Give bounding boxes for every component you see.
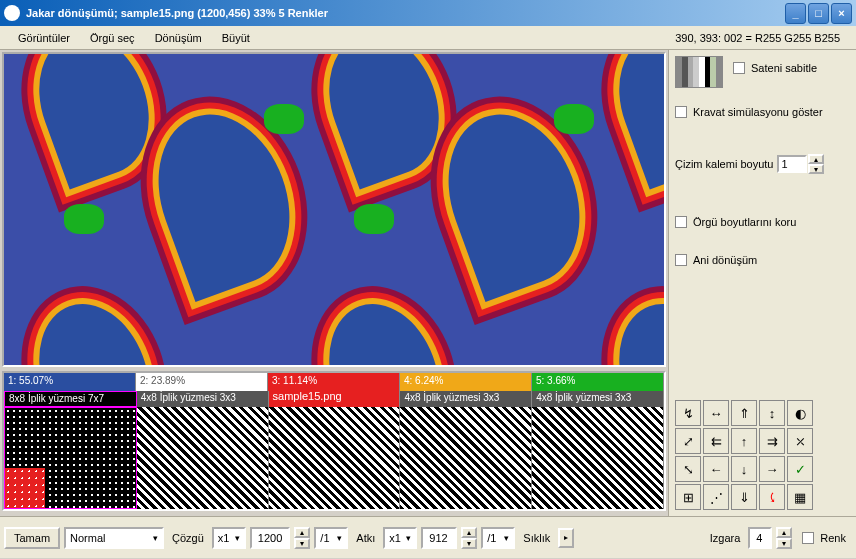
swatch-4-pct[interactable]: 4: 6.24%	[400, 373, 532, 391]
tool-13[interactable]: →	[759, 456, 785, 482]
fix-satin-checkbox[interactable]	[733, 62, 745, 74]
right-panel: Sateni sabitle Kravat simülasyonu göster…	[668, 50, 856, 516]
cycle-button[interactable]: ▸	[558, 528, 574, 548]
swatch-5[interactable]	[532, 407, 664, 509]
left-pane: 1: 55.07% 2: 23.89% 3: 11.14% 4: 6.24% 5…	[0, 50, 668, 516]
weft-div[interactable]: /1	[481, 527, 515, 549]
keep-size-label: Örgü boyutlarını koru	[693, 216, 796, 228]
tool-12[interactable]: ↓	[731, 456, 757, 482]
tool-0[interactable]: ↯	[675, 400, 701, 426]
color-label: Renk	[820, 532, 846, 544]
tool-7[interactable]: ↑	[731, 428, 757, 454]
swatch-3-pct[interactable]: 3: 11.14%	[268, 373, 400, 391]
grid-up[interactable]: ▴	[776, 527, 792, 538]
grid-value[interactable]: 4	[748, 527, 772, 549]
menu-goruntuler[interactable]: Görüntüler	[8, 29, 80, 47]
swatch-2-label: 4x8 İplik yüzmesi 3x3	[137, 391, 269, 407]
show-tie-checkbox[interactable]	[675, 106, 687, 118]
title-bar: Jakar dönüşümü; sample15.png (1200,456) …	[0, 0, 856, 26]
pen-down[interactable]: ▾	[808, 164, 824, 174]
tool-15[interactable]: ⊞	[675, 484, 701, 510]
tool-10[interactable]: ⤡	[675, 456, 701, 482]
keep-size-checkbox[interactable]	[675, 216, 687, 228]
warp-div[interactable]: /1	[314, 527, 348, 549]
main-area: 1: 55.07% 2: 23.89% 3: 11.14% 4: 6.24% 5…	[0, 50, 856, 516]
app-icon	[4, 5, 20, 21]
warp-x[interactable]: x1	[212, 527, 246, 549]
show-tie-label: Kravat simülasyonu göster	[693, 106, 823, 118]
color-checkbox[interactable]	[802, 532, 814, 544]
tool-19[interactable]: ▦	[787, 484, 813, 510]
weft-count[interactable]: 912	[421, 527, 457, 549]
swatch-header-row: 1: 55.07% 2: 23.89% 3: 11.14% 4: 6.24% 5…	[4, 373, 664, 391]
instant-label: Ani dönüşüm	[693, 254, 757, 266]
window-title: Jakar dönüşümü; sample15.png (1200,456) …	[26, 7, 785, 19]
tool-grid: ↯ ↔ ⇑ ↕ ◐ ⤢ ⇇ ↑ ⇉ ⤫ ⤡ ← ↓ → ✓ ⊞ ⋰ ⇓ ⤹ ▦	[675, 400, 850, 510]
weft-label: Atkı	[352, 532, 379, 544]
menu-buyut[interactable]: Büyüt	[212, 29, 260, 47]
pen-size-input[interactable]	[777, 155, 807, 173]
swatch-pattern-row	[4, 407, 664, 509]
tool-3[interactable]: ↕	[759, 400, 785, 426]
tool-18[interactable]: ⤹	[759, 484, 785, 510]
tool-11[interactable]: ←	[703, 456, 729, 482]
swatch-5-pct[interactable]: 5: 3.66%	[532, 373, 664, 391]
fix-satin-label: Sateni sabitle	[751, 62, 817, 74]
warp-count[interactable]: 1200	[250, 527, 290, 549]
tool-1[interactable]: ↔	[703, 400, 729, 426]
tool-9[interactable]: ⤫	[787, 428, 813, 454]
instant-checkbox[interactable]	[675, 254, 687, 266]
grid-label: Izgara	[706, 532, 745, 544]
close-button[interactable]: ×	[831, 3, 852, 24]
tool-8[interactable]: ⇉	[759, 428, 785, 454]
cursor-coords: 390, 393: 002 = R255 G255 B255	[675, 32, 848, 44]
warp-label: Çözgü	[168, 532, 208, 544]
menu-donusum[interactable]: Dönüşüm	[145, 29, 212, 47]
pattern-canvas[interactable]	[2, 52, 666, 367]
cycle-label: Sıklık	[519, 532, 554, 544]
swatch-2-pct[interactable]: 2: 23.89%	[136, 373, 268, 391]
swatch-5-label: 4x8 İplik yüzmesi 3x3	[532, 391, 664, 407]
swatch-1-label: 8x8 İplik yüzmesi 7x7	[4, 391, 137, 407]
swatch-4-label: 4x8 İplik yüzmesi 3x3	[400, 391, 532, 407]
swatch-4[interactable]	[400, 407, 532, 509]
minimize-button[interactable]: _	[785, 3, 806, 24]
tool-5[interactable]: ⤢	[675, 428, 701, 454]
swatch-label-row: 8x8 İplik yüzmesi 7x7 4x8 İplik yüzmesi …	[4, 391, 664, 407]
swatch-2[interactable]	[137, 407, 269, 509]
mode-dropdown[interactable]: Normal	[64, 527, 164, 549]
tool-6[interactable]: ⇇	[703, 428, 729, 454]
tool-14[interactable]: ✓	[787, 456, 813, 482]
ok-button[interactable]: Tamam	[4, 527, 60, 549]
swatch-3[interactable]	[269, 407, 401, 509]
menu-orgu-sec[interactable]: Örgü seç	[80, 29, 145, 47]
maximize-button[interactable]: □	[808, 3, 829, 24]
tool-4[interactable]: ◐	[787, 400, 813, 426]
menu-bar: Görüntüler Örgü seç Dönüşüm Büyüt 390, 3…	[0, 26, 856, 50]
weft-dn[interactable]: ▾	[461, 538, 477, 549]
tool-17[interactable]: ⇓	[731, 484, 757, 510]
swatch-3-label: sample15.png	[269, 391, 401, 407]
pen-up[interactable]: ▴	[808, 154, 824, 164]
window-buttons: _ □ ×	[785, 3, 852, 24]
warp-dn[interactable]: ▾	[294, 538, 310, 549]
weft-x[interactable]: x1	[383, 527, 417, 549]
bottom-bar: Tamam Normal Çözgü x1 1200 ▴▾ /1 Atkı x1…	[0, 516, 856, 558]
swatch-1[interactable]	[4, 407, 137, 509]
warp-up[interactable]: ▴	[294, 527, 310, 538]
tool-16[interactable]: ⋰	[703, 484, 729, 510]
swatch-1-pct[interactable]: 1: 55.07%	[4, 373, 136, 391]
weave-swatches: 1: 55.07% 2: 23.89% 3: 11.14% 4: 6.24% 5…	[2, 371, 666, 511]
pen-size-label: Çizim kalemi boyutu	[675, 158, 773, 170]
grid-dn[interactable]: ▾	[776, 538, 792, 549]
tool-2[interactable]: ⇑	[731, 400, 757, 426]
weft-up[interactable]: ▴	[461, 527, 477, 538]
color-palette[interactable]	[675, 56, 723, 88]
